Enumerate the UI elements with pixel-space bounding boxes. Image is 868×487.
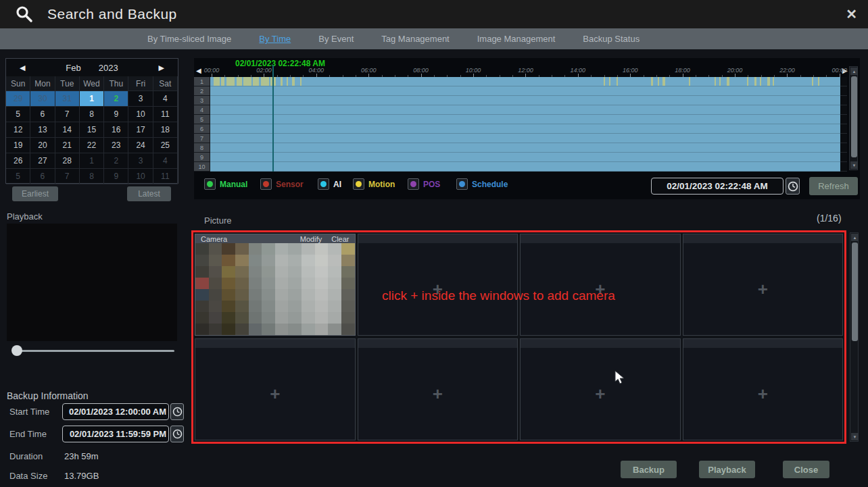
tab-by-event[interactable]: By Event [318,34,354,44]
calendar-date-18[interactable]: 18 [153,122,178,138]
camera-window-1[interactable]: CameraModifyClear [195,234,356,336]
calendar-date-1[interactable]: 1 [80,153,104,169]
channel-track-3[interactable] [210,96,840,105]
calendar-date-3[interactable]: 3 [128,153,153,169]
search-datetime-clock-icon[interactable] [786,178,800,195]
calendar-date-4[interactable]: 4 [153,91,178,107]
calendar-date-26[interactable]: 26 [6,153,30,169]
calendar-date-22[interactable]: 22 [80,138,104,153]
calendar-date-21[interactable]: 21 [55,138,80,153]
calendar-date-31[interactable]: 31 [55,91,80,107]
legend-pos[interactable]: POS [408,178,440,190]
camera-window-7[interactable]: + [520,338,681,440]
timeline-channel-rows[interactable]: 12345678910 [194,77,860,172]
calendar-date-28[interactable]: 28 [55,153,80,169]
channel-track-7[interactable] [210,134,840,143]
calendar-date-27[interactable]: 27 [30,153,55,169]
scroll-up-icon[interactable]: ▲ [850,68,858,75]
tab-by-time[interactable]: By Time [259,34,291,44]
camera-window-4[interactable]: + [683,234,844,336]
picture-grid-scrollbar[interactable]: ▲ ▼ [850,232,859,442]
camera-window-body[interactable]: + [683,348,843,440]
calendar-date-6[interactable]: 6 [30,169,55,184]
calendar-date-23[interactable]: 23 [104,138,128,153]
camera-window-3[interactable]: + [520,234,681,336]
timeline-scroll-left-icon[interactable]: ◀ [196,67,201,74]
calendar-date-10[interactable]: 10 [128,169,153,184]
calendar-date-5[interactable]: 5 [6,169,30,184]
clear-link[interactable]: Clear [331,235,349,243]
latest-button[interactable]: Latest [127,186,171,201]
camera-window-2[interactable]: + [358,234,519,336]
picture-grid-scrollbar-thumb[interactable] [852,242,858,341]
close-button[interactable]: Close [783,461,829,478]
channel-track-6[interactable] [210,124,840,134]
modify-link[interactable]: Modify [300,235,322,243]
playback-button[interactable]: Playback [699,461,755,478]
earliest-button[interactable]: Earliest [12,186,58,201]
channel-track-9[interactable] [210,153,840,162]
channel-track-4[interactable] [210,105,840,115]
add-camera-plus-icon[interactable]: + [595,385,605,403]
calendar-date-2[interactable]: 2 [104,91,128,107]
camera-window-body[interactable]: + [521,348,680,440]
camera-window-body[interactable]: + [683,243,843,335]
camera-window-body[interactable]: + [358,348,518,440]
calendar-date-2[interactable]: 2 [104,153,128,169]
backup-button[interactable]: Backup [621,461,677,478]
legend-manual[interactable]: Manual [204,178,247,190]
channel-track-1[interactable] [210,77,840,86]
timeline-scrollbar[interactable]: ▲ ▼ [849,66,858,170]
add-camera-plus-icon[interactable]: + [270,385,280,403]
calendar-date-11[interactable]: 11 [153,169,178,184]
calendar-next-icon[interactable]: ▶ [159,63,164,72]
playback-slider-thumb[interactable] [11,345,22,356]
calendar-date-14[interactable]: 14 [55,122,80,138]
calendar-date-25[interactable]: 25 [153,138,178,153]
camera-window-5[interactable]: + [195,338,356,440]
calendar-date-1[interactable]: 1 [80,91,104,107]
camera-window-8[interactable]: + [683,338,844,440]
calendar-date-5[interactable]: 5 [6,107,30,122]
calendar-date-3[interactable]: 3 [128,91,153,107]
calendar-prev-icon[interactable]: ◀ [20,63,25,72]
camera-window-body[interactable]: + [195,348,355,440]
calendar-date-19[interactable]: 19 [6,138,30,153]
channel-track-10[interactable] [210,162,840,172]
tab-tag-management[interactable]: Tag Management [381,34,449,44]
calendar-date-9[interactable]: 9 [104,169,128,184]
calendar-date-7[interactable]: 7 [55,169,80,184]
calendar-date-8[interactable]: 8 [80,107,104,122]
calendar-date-11[interactable]: 11 [153,107,178,122]
calendar-date-20[interactable]: 20 [30,138,55,153]
add-camera-plus-icon[interactable]: + [758,280,768,298]
tab-by-time-sliced-image[interactable]: By Time-sliced Image [147,34,231,44]
tab-image-management[interactable]: Image Management [477,34,556,44]
tab-backup-status[interactable]: Backup Status [583,34,640,44]
close-icon[interactable]: ✕ [846,6,857,22]
calendar-date-6[interactable]: 6 [30,107,55,122]
calendar-date-4[interactable]: 4 [153,153,178,169]
calendar-date-24[interactable]: 24 [128,138,153,153]
calendar-date-8[interactable]: 8 [80,169,104,184]
scroll-down-icon[interactable]: ▼ [850,161,858,169]
search-datetime-input[interactable]: 02/01/2023 02:22:48 AM [651,178,783,195]
end-time-input[interactable]: 02/01/2023 11:59:59 PM [62,426,169,442]
legend-motion[interactable]: Motion [353,178,395,190]
channel-track-8[interactable] [210,143,840,153]
calendar-date-30[interactable]: 30 [30,91,55,107]
scroll-up-icon[interactable]: ▲ [851,234,859,241]
scroll-down-icon[interactable]: ▼ [851,433,859,440]
refresh-button[interactable]: Refresh [809,177,858,195]
channel-track-2[interactable] [210,86,840,96]
end-time-clock-icon[interactable] [170,426,184,442]
add-camera-plus-icon[interactable]: + [433,385,443,403]
calendar-date-17[interactable]: 17 [128,122,153,138]
add-camera-plus-icon[interactable]: + [758,385,768,403]
calendar-date-16[interactable]: 16 [104,122,128,138]
calendar-date-10[interactable]: 10 [128,107,153,122]
legend-sensor[interactable]: Sensor [260,178,304,190]
calendar-date-29[interactable]: 29 [6,91,30,107]
legend-ai[interactable]: AI [318,178,341,190]
calendar-date-12[interactable]: 12 [6,122,30,138]
